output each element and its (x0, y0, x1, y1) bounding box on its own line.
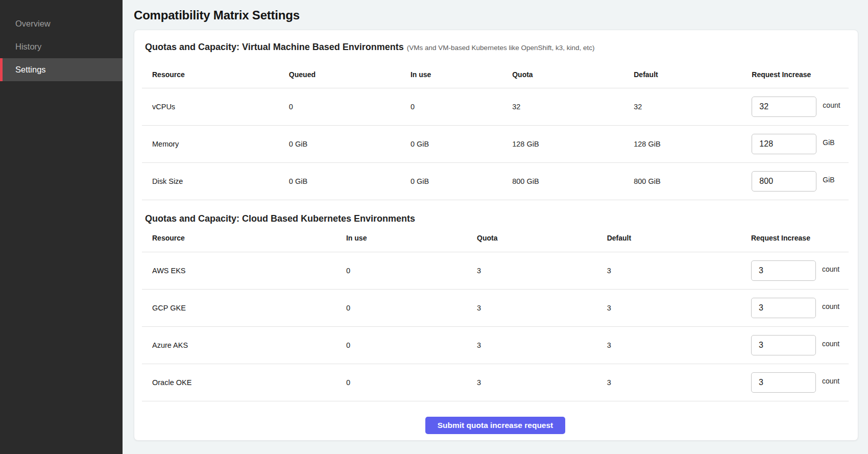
cloud-section-title: Quotas and Capacity: Cloud Based Kuberne… (145, 213, 415, 224)
column-header-request-increase: Request Increase (751, 234, 849, 242)
in-use-value: 0 (411, 103, 512, 111)
unit-label: count (822, 302, 839, 310)
table-row-gcp-gke: GCP GKE 0 3 3 count (142, 290, 849, 327)
vm-section-title: Quotas and Capacity: Virtual Machine Bas… (145, 42, 404, 52)
request-increase-cell: count (752, 97, 849, 117)
column-header-default: Default (607, 234, 751, 242)
sidebar-item-history[interactable]: History (0, 35, 123, 58)
table-row-vcpus: vCPUs 0 0 32 32 count (142, 88, 849, 126)
column-header-quota: Quota (477, 234, 607, 242)
unit-label: count (823, 101, 840, 109)
quota-value: 3 (477, 378, 607, 387)
in-use-value: 0 (346, 267, 477, 275)
column-header-in-use: In use (346, 234, 477, 242)
card-footer: Submit quota increase request (142, 401, 849, 434)
column-header-default: Default (634, 70, 752, 88)
submit-quota-increase-button[interactable]: Submit quota increase request (425, 417, 566, 434)
sidebar-item-label: Settings (15, 65, 46, 75)
cloud-table-header-row: Resource In use Quota Default Request In… (142, 224, 849, 252)
vm-quota-table: Resource Queued In use Quota Default Req… (142, 54, 849, 200)
table-row-disk-size: Disk Size 0 GiB 0 GiB 800 GiB 800 GiB Gi… (142, 163, 849, 200)
column-header-resource: Resource (142, 70, 289, 88)
in-use-value: 0 GiB (411, 140, 512, 148)
resource-name: Memory (142, 140, 289, 148)
queued-value: 0 GiB (289, 140, 411, 148)
column-header-queued: Queued (289, 70, 411, 88)
column-header-quota: Quota (512, 70, 634, 88)
quota-value: 3 (477, 341, 607, 349)
sidebar-item-label: Overview (15, 19, 51, 29)
column-header-resource: Resource (142, 234, 346, 242)
request-increase-cell: count (751, 260, 849, 281)
default-value: 32 (634, 103, 752, 111)
default-value: 3 (607, 304, 751, 312)
sidebar: Overview History Settings (0, 0, 123, 454)
quota-value: 3 (477, 267, 607, 275)
unit-label: count (822, 377, 839, 385)
vcpus-request-input[interactable] (752, 97, 816, 117)
disk-size-request-input[interactable] (752, 171, 816, 192)
table-row-memory: Memory 0 GiB 0 GiB 128 GiB 128 GiB GiB (142, 126, 849, 163)
quota-value: 3 (477, 304, 607, 312)
queued-value: 0 GiB (289, 177, 411, 185)
unit-label: count (822, 265, 839, 273)
resource-name: Disk Size (142, 177, 289, 185)
main-content: Compatibility Matrix Settings Quotas and… (123, 0, 868, 454)
default-value: 128 GiB (634, 140, 752, 148)
resource-name: vCPUs (142, 103, 289, 111)
default-value: 3 (607, 267, 751, 275)
table-row-aws-eks: AWS EKS 0 3 3 count (142, 252, 849, 290)
default-value: 3 (607, 378, 751, 387)
sidebar-item-label: History (15, 42, 41, 52)
resource-name: GCP GKE (142, 304, 346, 312)
aws-eks-request-input[interactable] (751, 260, 816, 281)
in-use-value: 0 GiB (411, 177, 512, 185)
column-header-request-increase: Request Increase (752, 70, 849, 88)
vm-table-header-row: Resource Queued In use Quota Default Req… (142, 54, 849, 88)
request-increase-cell: count (751, 372, 849, 393)
oracle-oke-request-input[interactable] (751, 372, 816, 393)
table-row-oracle-oke: Oracle OKE 0 3 3 count (142, 364, 849, 401)
request-increase-cell: count (751, 298, 849, 318)
azure-aks-request-input[interactable] (751, 335, 816, 355)
vm-section-note: (VMs and VM-based Kubernetes like OpenSh… (407, 44, 595, 52)
quota-value: 32 (512, 103, 634, 111)
resource-name: Azure AKS (142, 341, 346, 349)
quota-value: 128 GiB (512, 140, 634, 148)
quota-value: 800 GiB (512, 177, 634, 185)
vm-section-heading: Quotas and Capacity: Virtual Machine Bas… (145, 41, 849, 54)
gcp-gke-request-input[interactable] (751, 298, 816, 318)
default-value: 800 GiB (634, 177, 752, 185)
table-row-azure-aks: Azure AKS 0 3 3 count (142, 327, 849, 364)
column-header-in-use: In use (411, 70, 512, 88)
in-use-value: 0 (346, 378, 477, 387)
unit-label: GiB (823, 138, 834, 147)
default-value: 3 (607, 341, 751, 349)
in-use-value: 0 (346, 341, 477, 349)
cloud-section-heading: Quotas and Capacity: Cloud Based Kuberne… (145, 213, 849, 224)
settings-card: Quotas and Capacity: Virtual Machine Bas… (134, 30, 858, 441)
sidebar-item-overview[interactable]: Overview (0, 12, 123, 35)
unit-label: count (822, 340, 839, 348)
queued-value: 0 (289, 103, 411, 111)
request-increase-cell: GiB (752, 171, 849, 192)
request-increase-cell: GiB (752, 134, 849, 154)
memory-request-input[interactable] (752, 134, 816, 154)
sidebar-item-settings[interactable]: Settings (0, 58, 123, 81)
unit-label: GiB (823, 176, 834, 184)
in-use-value: 0 (346, 304, 477, 312)
page-title: Compatibility Matrix Settings (134, 8, 858, 22)
resource-name: AWS EKS (142, 267, 346, 275)
request-increase-cell: count (751, 335, 849, 355)
resource-name: Oracle OKE (142, 378, 346, 387)
cloud-quota-table: Resource In use Quota Default Request In… (142, 224, 849, 401)
